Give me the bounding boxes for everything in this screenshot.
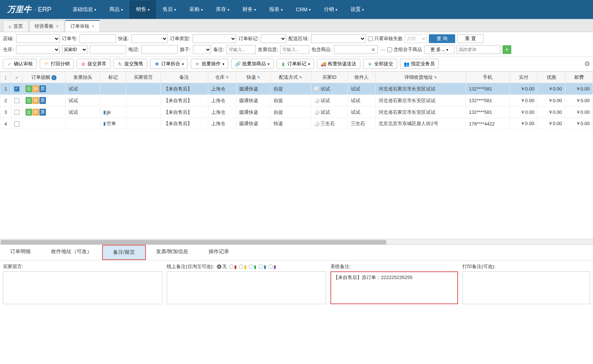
onlyfail-chk[interactable] [368,36,373,41]
nav-item-报表[interactable]: 报表▾ [263,0,289,19]
col-grip[interactable]: ⋮ [0,72,11,83]
remark-input[interactable] [226,45,256,54]
shop-label: 店铺: [3,35,14,42]
radio-flag[interactable] [268,264,273,269]
gear-icon[interactable]: ⚙ [584,60,590,68]
combo-chk[interactable] [387,47,392,52]
tab-经营看板[interactable]: 经营看板× [29,20,64,32]
combo-checkbox[interactable]: 含组合子商品 [387,46,422,53]
status-ball-icon [314,110,319,115]
nav-item-销售[interactable]: 销售▾ [129,0,156,19]
ordertag-select[interactable] [261,34,286,43]
onlyfail-checkbox[interactable]: 只看审核失败 [368,35,403,42]
col-买家留言[interactable]: 买家留言 [126,72,160,83]
add-query-button[interactable]: + [503,45,511,54]
row-checkbox[interactable] [14,98,19,103]
col-邮费[interactable]: 邮费 [565,72,593,83]
toolbar-icon: ▮ [280,61,286,66]
radio-flag[interactable] [239,264,243,269]
toolbar-提交预售[interactable]: ↻提交预售 [113,59,147,69]
nav-item-CRM[interactable]: CRM▾ [289,0,317,19]
ellipsis-icon[interactable]: ⋯ [380,47,385,53]
toolbar-打回分销[interactable]: ↶打回分销 [40,59,74,69]
nav-item-商品[interactable]: 商品▾ [103,0,129,19]
nav-item-售后[interactable]: 售后▾ [156,0,183,19]
radio-none[interactable] [217,264,221,269]
toolbar-指定业务员[interactable]: 👥指定业务员 [400,59,439,69]
shop-select[interactable] [16,34,60,43]
col-仓库[interactable]: 仓库✎ [208,72,236,83]
detail-tab-收件地址（可改）[interactable]: 收件地址（可改） [41,245,102,260]
table-row[interactable]: 4 ▮空单 【来自售后】 上海仓 圆通快递 快递 三生石 三生石 北京北京市东城… [0,118,593,129]
toolbar-icon: ↶ [44,61,49,66]
col-备注[interactable]: 备注 [160,72,208,83]
close-icon[interactable]: × [56,23,59,29]
col-chkhead[interactable]: ✓ [11,72,23,83]
toolbar-批量加商品[interactable]: 🔗批量加商品▾ [231,59,274,69]
warehouse-select[interactable] [16,45,60,54]
toolbar-确认审核[interactable]: ✓确认审核 [3,59,37,69]
toolbar-检查快递送达[interactable]: 🚚检查快递送达 [317,59,360,69]
radio-flag[interactable] [259,264,263,269]
sys-remark-box[interactable]: 【来自售后】原订单：222225235255 [330,271,458,304]
detail-tab-订单明细[interactable]: 订单明细 [0,245,41,260]
table-row[interactable]: 1 合拆票 试试 【来自售后】 上海仓 圆通快递 自提 试试 试试 河北省石家庄… [0,83,593,95]
reset-button[interactable]: 重 置 [457,34,484,43]
phone-input[interactable] [141,45,178,54]
toolbar-批量操作[interactable]: ≡批量操作▾ [191,59,228,69]
col-买家ID[interactable]: 买家ID [311,72,348,83]
flag-select[interactable] [193,45,211,54]
col-标记[interactable]: 标记 [100,72,126,83]
more-button[interactable]: 更 多... ▾ [424,45,454,54]
orderno-input[interactable] [80,34,116,43]
express-select[interactable] [131,34,168,43]
table-row[interactable]: 2 合拆票 试试 【来自售后】 上海仓 圆通快递 自提 试试 试试 河北省石家庄… [0,95,593,107]
scrollbar-thumb[interactable] [1,240,386,244]
row-checkbox[interactable] [14,121,19,127]
toolbar-订单标记[interactable]: ▮订单标记▾ [276,59,314,69]
close-icon[interactable]: × [92,23,94,29]
tab-首页[interactable]: ⌂首页 [3,20,28,32]
nav-item-设置[interactable]: 设置▾ [344,0,371,19]
col-详细收货地址[interactable]: 详细收货地址✎ [376,72,466,83]
detail-tab-发票/附加信息[interactable]: 发票/附加信息 [146,245,198,260]
nav-item-分销[interactable]: 分销▾ [317,0,344,19]
nav-item-库存[interactable]: 库存▾ [209,0,236,19]
toolbar-订单拆合[interactable]: ✚订单拆合▾ [150,59,188,69]
print-remark-box[interactable] [462,271,590,304]
invoice-input[interactable] [280,45,309,54]
nav-item-采购[interactable]: 采购▾ [183,0,209,19]
horizontal-scrollbar[interactable] [0,239,593,245]
toolbar-全部提交[interactable]: ➤全部提交 [363,59,397,69]
row-checkbox[interactable] [14,110,19,115]
col-实付[interactable]: 实付 [510,72,538,83]
chevron-down-icon: ▾ [308,62,310,66]
detail-tab-操作记录[interactable]: 操作记录 [198,245,239,260]
col-配送方式[interactable]: 配送方式✎ [271,72,311,83]
table-row[interactable]: 3 合拆票 试试 ▮jjk 【来自售后】 上海仓 圆通快递 自提 试试 试试 河… [0,107,593,118]
col-发票抬头[interactable]: 发票抬头 [65,72,100,83]
toolbar-提交异常[interactable]: ⊘提交异常 [77,59,111,69]
ordertype-select[interactable] [193,34,236,43]
nav-item-基础信息[interactable]: 基础信息▾ [66,0,103,19]
online-remark-box[interactable] [167,271,326,304]
tab-订单审核[interactable]: 订单审核× [65,20,100,32]
col-优惠[interactable]: 优惠 [538,72,565,83]
buyer-msg-box[interactable] [3,271,162,304]
buyerid-input[interactable] [90,45,126,54]
query-button[interactable]: 查 询 [429,34,455,43]
logo: 万里牛 [7,4,31,15]
row-checkbox[interactable] [14,86,19,92]
myquery-input[interactable] [457,45,500,54]
buyerid-type-select[interactable]: 买家ID [62,45,88,54]
radio-flag[interactable] [229,264,233,269]
nav-item-财务[interactable]: 财务▾ [236,0,263,19]
col-订单提醒[interactable]: 订单提醒i [23,72,66,83]
col-收件人[interactable]: 收件人 [348,72,376,83]
col-手机[interactable]: 手机 [466,72,510,83]
region-select[interactable] [311,34,366,43]
radio-flag[interactable] [249,264,253,269]
clear-icon[interactable]: ✕ [371,47,375,53]
detail-tab-备注/留言[interactable]: 备注/留言 [102,245,146,260]
col-快递[interactable]: 快递✎ [236,72,271,83]
